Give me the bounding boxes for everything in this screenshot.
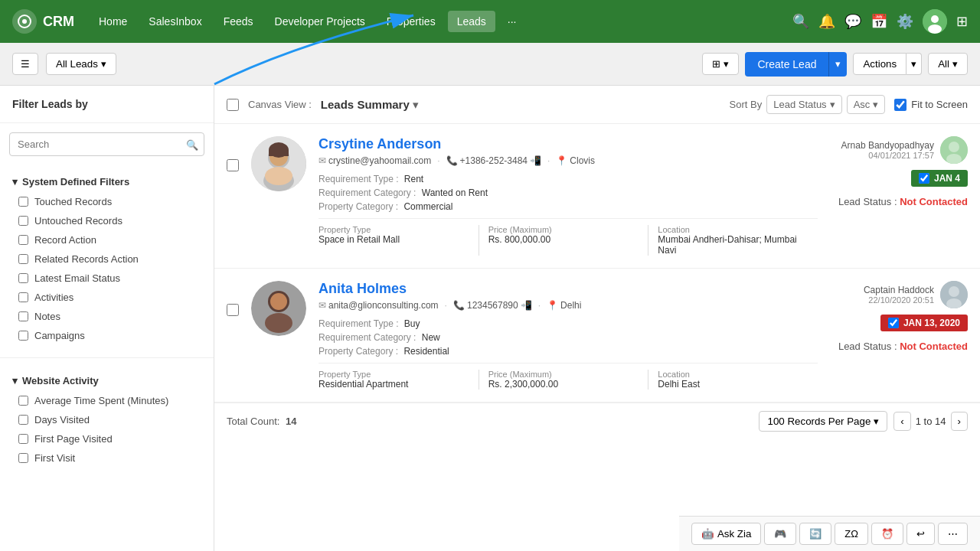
lead-checkbox-2[interactable]: [227, 304, 239, 316]
create-lead-arrow-button[interactable]: ▾: [828, 52, 847, 77]
chevron-down-icon: ▾: [835, 58, 841, 70]
notification-icon[interactable]: 🔔: [818, 13, 835, 30]
date-tag-1: JAN 4: [911, 170, 968, 187]
actions-button[interactable]: Actions: [853, 53, 906, 75]
total-count-value: 14: [286, 416, 296, 427]
view-toggle-button[interactable]: ⊞ ▾: [702, 53, 739, 75]
filter-activities[interactable]: Activities: [12, 288, 201, 307]
sort-field-label: Lead Status: [773, 99, 826, 110]
tag-checkbox-1[interactable]: [919, 173, 929, 184]
sort-field-dropdown[interactable]: Lead Status ▾: [766, 95, 841, 114]
chevron-down-icon: ▾: [413, 98, 419, 112]
related-records-checkbox[interactable]: [18, 254, 28, 264]
settings-icon[interactable]: ⚙️: [897, 13, 913, 30]
undo-button[interactable]: ↩: [906, 523, 935, 545]
filter-label: First Visit: [34, 452, 75, 464]
per-page-button[interactable]: 100 Records Per Page ▾: [759, 411, 887, 432]
search-input[interactable]: [9, 132, 204, 156]
lead-status-2: Lead Status : Not Contacted: [838, 341, 968, 352]
canvas-view-dropdown[interactable]: Leads Summary ▾: [321, 98, 419, 112]
grid-view-icon: ⊞: [712, 58, 720, 70]
record-action-checkbox[interactable]: [18, 235, 28, 245]
nav-developer-projects[interactable]: Developer Projects: [266, 11, 374, 32]
prop-cat-label-2: Property Category :: [318, 346, 398, 357]
grid-icon[interactable]: ⊞: [956, 13, 968, 30]
zoom-button[interactable]: ZΩ: [835, 523, 868, 545]
latest-email-checkbox[interactable]: [18, 273, 28, 283]
separator: ·: [538, 300, 541, 311]
separator: ·: [445, 300, 447, 311]
user-avatar[interactable]: [923, 9, 947, 34]
create-lead-button[interactable]: Create Lead: [745, 52, 828, 77]
toolbar: ☰ All Leads ▾ ⊞ ▾ Create Lead ▾ A: [0, 43, 980, 86]
filter-untouched-records[interactable]: Untouched Records: [12, 211, 201, 230]
filter-campaigns[interactable]: Campaigns: [12, 326, 201, 345]
untouched-records-checkbox[interactable]: [18, 216, 28, 226]
touched-records-checkbox[interactable]: [18, 197, 28, 207]
location-detail-val-1: Mumbai Andheri-Dahisar; Mumbai Navi: [658, 234, 808, 256]
lead-status-1: Lead Status : Not Contacted: [838, 196, 968, 207]
call-icon: 📲: [530, 155, 541, 166]
agent-avatar-1: [940, 136, 968, 164]
website-activity-header[interactable]: ▾ Website Activity: [12, 370, 201, 391]
notes-checkbox[interactable]: [18, 311, 28, 321]
zia-icon: 🤖: [701, 528, 714, 540]
sort-order-dropdown[interactable]: Asc ▾: [847, 95, 886, 114]
nav-leads[interactable]: Leads: [448, 11, 495, 32]
prev-page-button[interactable]: ‹: [893, 412, 910, 431]
more-button[interactable]: ⋯: [938, 523, 968, 545]
next-page-button[interactable]: ›: [951, 412, 968, 431]
first-page-checkbox[interactable]: [18, 434, 28, 444]
nav-properties[interactable]: Properties: [377, 11, 445, 32]
days-visited-checkbox[interactable]: [18, 415, 28, 425]
fit-screen-checkbox[interactable]: [894, 99, 906, 111]
all-leads-dropdown[interactable]: All Leads ▾: [46, 53, 116, 75]
filter-notes[interactable]: Notes: [12, 307, 201, 326]
tag-date-1: JAN 4: [934, 173, 960, 184]
nav-more[interactable]: ···: [498, 11, 526, 32]
campaigns-checkbox[interactable]: [18, 331, 28, 341]
filter-days-visited[interactable]: Days Visited: [12, 410, 201, 429]
nav-salesinbox[interactable]: SalesInbox: [139, 11, 211, 32]
refresh-button[interactable]: 🔄: [799, 523, 831, 545]
fit-to-screen[interactable]: Fit to Screen: [894, 99, 968, 111]
nav-home[interactable]: Home: [90, 11, 136, 32]
actions-arrow-button[interactable]: ▾: [906, 53, 922, 75]
filter-first-page[interactable]: First Page Visited: [12, 429, 201, 448]
chat-icon[interactable]: 💬: [844, 13, 861, 30]
calendar-icon[interactable]: 📅: [871, 13, 887, 30]
nav-feeds[interactable]: Feeds: [214, 11, 263, 32]
game-button[interactable]: 🎮: [764, 523, 796, 545]
first-visit-checkbox[interactable]: [18, 453, 28, 463]
select-all-checkbox[interactable]: [227, 99, 239, 111]
activities-checkbox[interactable]: [18, 292, 28, 302]
filter-first-visit[interactable]: First Visit: [12, 448, 201, 468]
system-filters-header[interactable]: ▾ System Defined Filters: [12, 171, 201, 192]
avg-time-checkbox[interactable]: [18, 396, 28, 406]
search-icon[interactable]: 🔍: [792, 13, 809, 30]
tag-checkbox-2[interactable]: [888, 318, 899, 328]
all-filter-button[interactable]: All ▾: [928, 53, 968, 75]
filter-related-records[interactable]: Related Records Action: [12, 249, 201, 269]
filter-touched-records[interactable]: Touched Records: [12, 192, 201, 211]
chevron-down-icon: ▾: [830, 99, 835, 110]
logo[interactable]: CRM: [12, 9, 74, 34]
phone-icon: 📞: [453, 300, 465, 311]
timer-button[interactable]: ⏰: [871, 523, 903, 545]
ask-zia-button[interactable]: 🤖 Ask Zia: [691, 523, 761, 545]
view-toggle-group: ⊞ ▾: [702, 53, 739, 75]
filter-record-action[interactable]: Record Action: [12, 230, 201, 249]
prop-type-val-1: Space in Retail Mall: [318, 234, 469, 245]
filter-avg-time[interactable]: Average Time Spent (Minutes): [12, 391, 201, 410]
filter-label: Notes: [34, 311, 60, 322]
lead-name-1[interactable]: Crsytine Anderson: [318, 136, 818, 152]
filter-button[interactable]: ☰: [12, 53, 38, 75]
lead-props-1: Property Type Space in Retail Mall Price…: [318, 218, 818, 256]
lead-checkbox-1[interactable]: [227, 159, 239, 171]
filter-label: Days Visited: [34, 414, 90, 425]
svg-point-14: [949, 142, 959, 152]
assigned-user-2: Captain Haddock 22/10/2020 20:51: [864, 281, 968, 308]
prop-cat-label-1: Property Category :: [318, 201, 398, 212]
lead-name-2[interactable]: Anita Holmes: [318, 281, 818, 297]
filter-latest-email[interactable]: Latest Email Status: [12, 269, 201, 288]
